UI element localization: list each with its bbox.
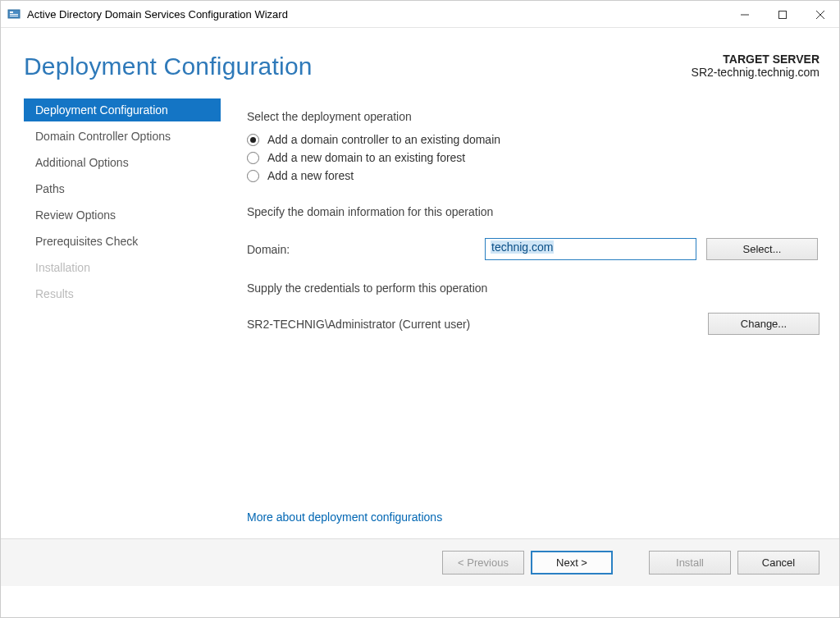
specify-domain-label: Specify the domain information for this …	[247, 205, 819, 218]
radio-indicator-icon	[247, 170, 259, 182]
footer: < Previous Next > Install Cancel	[1, 538, 839, 586]
sidebar-item-label: Additional Options	[35, 156, 129, 169]
sidebar-item-label: Installation	[35, 261, 90, 274]
radio-new-domain-existing-forest[interactable]: Add a new domain to an existing forest	[247, 151, 819, 164]
sidebar-item-label: Results	[35, 287, 74, 300]
domain-input-value: technig.com	[491, 240, 554, 254]
target-server-label: TARGET SERVER	[692, 53, 819, 66]
header: Deployment Configuration TARGET SERVER S…	[1, 28, 839, 89]
minimize-button[interactable]	[726, 1, 764, 28]
previous-button[interactable]: < Previous	[442, 551, 524, 575]
sidebar-item-additional-options[interactable]: Additional Options	[24, 151, 221, 174]
sidebar: Deployment Configuration Domain Controll…	[24, 98, 221, 538]
main-content: Select the deployment operation Add a do…	[221, 98, 819, 538]
radio-label: Add a new domain to an existing forest	[267, 151, 465, 164]
sidebar-item-label: Review Options	[35, 208, 116, 222]
svg-rect-1	[10, 11, 13, 13]
domain-field-row: Domain: technig.com Select...	[247, 238, 819, 260]
radio-label: Add a new forest	[267, 169, 354, 182]
cancel-button[interactable]: Cancel	[737, 551, 819, 575]
radio-existing-domain[interactable]: Add a domain controller to an existing d…	[247, 133, 819, 146]
select-domain-button[interactable]: Select...	[706, 238, 818, 260]
maximize-button[interactable]	[764, 1, 801, 28]
target-server-info: TARGET SERVER SR2-technig.technig.com	[692, 53, 819, 79]
sidebar-item-label: Prerequisites Check	[35, 235, 138, 248]
sidebar-item-deployment-configuration[interactable]: Deployment Configuration	[24, 98, 221, 121]
sidebar-item-label: Paths	[35, 182, 65, 195]
change-credentials-button[interactable]: Change...	[708, 313, 819, 335]
radio-indicator-icon	[247, 134, 259, 146]
credentials-row: SR2-TECHNIG\Administrator (Current user)…	[247, 313, 819, 335]
domain-label: Domain:	[247, 243, 485, 256]
titlebar: Active Directory Domain Services Configu…	[1, 1, 839, 28]
sidebar-item-prerequisites-check[interactable]: Prerequisites Check	[24, 230, 221, 253]
sidebar-item-label: Deployment Configuration	[35, 103, 168, 117]
radio-label: Add a domain controller to an existing d…	[267, 133, 500, 146]
sidebar-item-label: Domain Controller Options	[35, 130, 171, 143]
install-button[interactable]: Install	[649, 551, 731, 575]
sidebar-item-results: Results	[24, 282, 221, 305]
sidebar-item-domain-controller-options[interactable]: Domain Controller Options	[24, 125, 221, 148]
app-icon	[7, 7, 21, 21]
more-about-link[interactable]: More about deployment configurations	[247, 510, 819, 524]
radio-indicator-icon	[247, 152, 259, 164]
sidebar-item-review-options[interactable]: Review Options	[24, 204, 221, 227]
close-button[interactable]	[801, 1, 839, 28]
next-button[interactable]: Next >	[531, 551, 613, 575]
credentials-label: Supply the credentials to perform this o…	[247, 282, 819, 295]
body: Deployment Configuration Domain Controll…	[1, 89, 839, 538]
page-title: Deployment Configuration	[24, 53, 313, 80]
domain-input[interactable]: technig.com	[485, 238, 696, 260]
select-operation-label: Select the deployment operation	[247, 110, 819, 123]
window-title: Active Directory Domain Services Configu…	[27, 8, 726, 21]
window-controls	[726, 1, 839, 27]
sidebar-item-paths[interactable]: Paths	[24, 177, 221, 200]
target-server-name: SR2-technig.technig.com	[692, 66, 819, 79]
credentials-value: SR2-TECHNIG\Administrator (Current user)	[247, 318, 708, 331]
svg-rect-2	[10, 14, 18, 15]
sidebar-item-installation: Installation	[24, 256, 221, 279]
svg-rect-3	[10, 16, 18, 16]
radio-new-forest[interactable]: Add a new forest	[247, 169, 819, 182]
deployment-operation-radios: Add a domain controller to an existing d…	[247, 133, 819, 187]
svg-rect-5	[779, 11, 787, 18]
